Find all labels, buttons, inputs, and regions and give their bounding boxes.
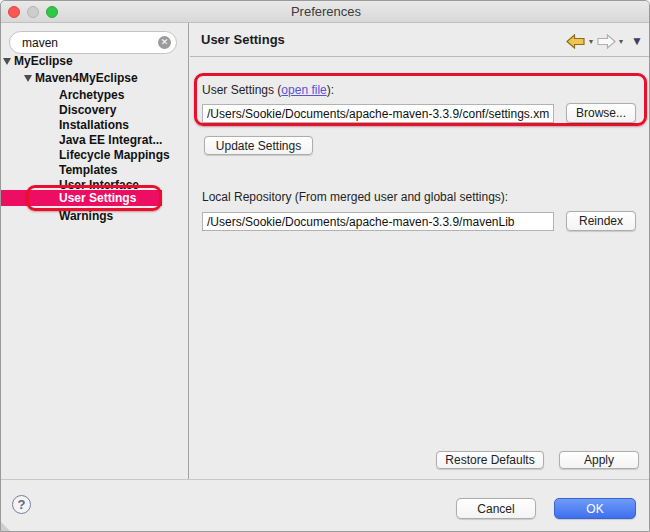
search-input[interactable] [22, 34, 152, 51]
tree-item-lifecycle-mappings[interactable]: Lifecycle Mappings [59, 148, 170, 163]
reindex-button[interactable]: Reindex [566, 211, 636, 231]
preferences-dialog: Preferences ✕ MyEclipse Maven4MyEclipse … [0, 0, 650, 532]
tree-item-java-ee-integration[interactable]: Java EE Integrat... [59, 133, 162, 148]
window-title: Preferences [1, 4, 650, 19]
back-arrow-icon[interactable] [566, 34, 586, 49]
footer-divider [1, 479, 650, 480]
open-file-link[interactable]: open file [281, 83, 326, 97]
browse-button[interactable]: Browse... [566, 103, 636, 123]
tree-item-label: Maven4MyEclipse [35, 71, 138, 85]
tree-item-label: MyEclipse [14, 54, 73, 68]
local-repository-label: Local Repository (From merged user and g… [202, 190, 508, 204]
tree-item-warnings[interactable]: Warnings [59, 209, 113, 224]
help-button[interactable]: ? [12, 495, 31, 514]
forward-arrow-icon[interactable] [596, 34, 616, 49]
tree-item-myeclipse[interactable]: MyEclipse [14, 54, 73, 69]
update-settings-button[interactable]: Update Settings [204, 136, 313, 155]
tree-item-installations[interactable]: Installations [59, 118, 129, 133]
resize-grip[interactable] [1, 522, 10, 531]
back-dropdown-icon[interactable]: ▾ [589, 37, 593, 46]
disclosure-triangle-icon[interactable] [24, 75, 32, 82]
local-repository-path-field[interactable] [202, 212, 554, 231]
label-text: User Settings ( [202, 83, 281, 97]
restore-defaults-button[interactable]: Restore Defaults [436, 451, 544, 469]
cancel-button[interactable]: Cancel [456, 498, 536, 519]
user-settings-path-field[interactable] [202, 104, 554, 123]
clear-search-icon[interactable]: ✕ [158, 36, 171, 49]
disclosure-triangle-icon[interactable] [3, 58, 11, 65]
ok-button[interactable]: OK [554, 498, 636, 519]
tree-item-discovery[interactable]: Discovery [59, 103, 116, 118]
tree-item-templates[interactable]: Templates [59, 163, 117, 178]
forward-dropdown-icon[interactable]: ▾ [619, 37, 623, 46]
view-menu-icon[interactable]: ▼ [631, 34, 643, 48]
sidebar-divider [188, 23, 189, 479]
apply-button[interactable]: Apply [559, 451, 639, 469]
tree-item-archetypes[interactable]: Archetypes [59, 88, 124, 103]
titlebar: Preferences [1, 1, 650, 23]
tree-item-maven4myeclipse[interactable]: Maven4MyEclipse [35, 71, 138, 86]
tree-item-user-settings[interactable]: User Settings [1, 190, 162, 206]
page-title: User Settings [201, 32, 285, 47]
user-settings-label: User Settings (open file): [202, 83, 334, 97]
history-nav: ▾ ▾ ▼ [566, 32, 643, 50]
filter-search-box[interactable]: ✕ [9, 31, 177, 54]
panel-header-divider [190, 56, 650, 57]
label-text: ): [327, 83, 334, 97]
